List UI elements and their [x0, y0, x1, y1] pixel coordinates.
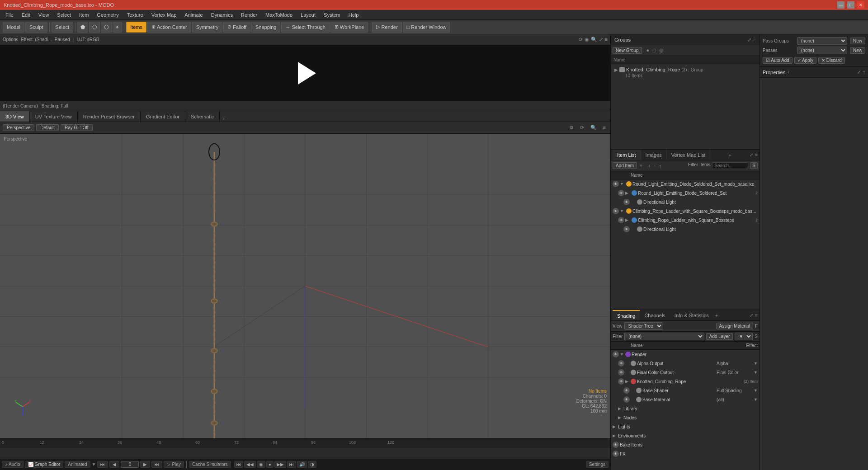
il-icon-2[interactable]: − — [652, 163, 657, 169]
filter-dropdown[interactable]: (none) — [624, 333, 704, 340]
pb-btn-6[interactable]: ⏭ — [287, 461, 296, 468]
pb-btn-7[interactable]: 🔊 — [297, 461, 307, 468]
sh-row-environments[interactable]: ▶ Environments — [611, 431, 760, 440]
menu-texture[interactable]: Texture — [123, 11, 147, 19]
tab-gradient-editor[interactable]: Gradient Editor — [141, 111, 185, 122]
group-icon-3[interactable]: ◎ — [658, 47, 665, 53]
il-icon-3[interactable]: ↑ — [658, 163, 663, 169]
sh-expand-library[interactable]: ▶ — [618, 406, 623, 411]
sh-row-render[interactable]: 👁 ▼ Render — [611, 350, 760, 359]
item-row-1[interactable]: 👁 ▶ Round_Light_Emitting_Diode_Soldered_… — [611, 188, 760, 197]
sh-row-base-shader[interactable]: 👁 Base Shader Full Shading ▼ — [611, 386, 760, 395]
prop-expand-icon[interactable]: ⤢ — [857, 70, 861, 75]
perspective-button[interactable]: Perspective — [3, 124, 34, 131]
vp-icon-menu[interactable]: ≡ — [601, 124, 608, 132]
sh-row-bake[interactable]: 👁 Bake Items — [611, 440, 760, 449]
sh-s-btn[interactable]: S — [755, 334, 758, 339]
sh-dropdown-alpha[interactable]: ▼ — [754, 361, 758, 366]
preview-icon-5[interactable]: ≡ — [605, 37, 608, 42]
sh-expand-nodes[interactable]: ▶ — [618, 415, 623, 420]
new-group-button[interactable]: New Group — [613, 47, 642, 54]
select-through-button[interactable]: ↔ Select Through — [281, 22, 329, 33]
frame-input[interactable] — [121, 461, 139, 468]
item-expand-3[interactable]: ▼ — [620, 209, 625, 213]
next-frame-button[interactable]: ▶ — [140, 461, 150, 468]
sh-dropdown-base-material[interactable]: ▼ — [754, 397, 758, 402]
pb-btn-2[interactable]: ◀◀ — [244, 461, 256, 468]
menu-file[interactable]: File — [2, 11, 17, 19]
group-item-main[interactable]: ▶ Knotted_Climbing_Rope (3) : Group — [613, 66, 758, 73]
falloff-button[interactable]: ⊘ Falloff — [223, 22, 250, 33]
pb-btn-3[interactable]: ◉ — [257, 461, 265, 468]
groups-expand-icon[interactable]: ⤢ — [747, 37, 751, 43]
select-button[interactable]: Select — [52, 22, 74, 33]
viewport-canvas[interactable]: Perspective No Items Channels: 0 Deforme… — [0, 134, 610, 438]
graph-editor-button[interactable]: 📈 Graph Editor — [25, 461, 64, 468]
model-button[interactable]: Model — [3, 22, 24, 33]
sh-eye-fx[interactable]: 👁 — [613, 451, 619, 457]
group-icon-1[interactable]: ● — [646, 47, 651, 53]
tab-3d-view[interactable]: 3D View — [0, 111, 30, 122]
auto-add-button[interactable]: ☑ Auto Add — [763, 57, 793, 64]
add-layer-type-dropdown[interactable]: ▼ — [735, 333, 753, 340]
menu-maxtomodo[interactable]: MaxToModo — [262, 11, 296, 19]
sh-expand-render[interactable]: ▼ — [620, 352, 624, 357]
sh-eye-render[interactable]: 👁 — [613, 351, 619, 357]
menu-animate[interactable]: Animate — [181, 11, 206, 19]
prev-frame-button[interactable]: ◀ — [109, 461, 119, 468]
tab-shading[interactable]: Shading — [613, 310, 640, 320]
passes-new-button[interactable]: New — [850, 47, 865, 54]
search-s-button[interactable]: S — [750, 162, 758, 169]
item-row-0[interactable]: 👁 ▼ Round_Light_Emitting_Diode_Soldered_… — [611, 179, 760, 188]
menu-edit[interactable]: Edit — [18, 11, 34, 19]
close-button[interactable]: ✕ — [857, 1, 864, 9]
pb-btn-1[interactable]: ⏮ — [234, 461, 243, 468]
sculpt-button[interactable]: Sculpt — [25, 22, 47, 33]
tab-channels[interactable]: Channels — [640, 310, 670, 320]
titlebar-controls[interactable]: — □ ✕ — [837, 1, 864, 9]
group-icon-2[interactable]: ◌ — [651, 47, 657, 53]
ray-gl-button[interactable]: Ray GL: Off — [61, 124, 93, 131]
vp-icon-search[interactable]: 🔍 — [589, 124, 599, 132]
rewind-button[interactable]: ⏮ — [97, 461, 108, 468]
mode-icon-3[interactable]: ⬡ — [101, 22, 112, 33]
snapping-button[interactable]: Snapping — [251, 22, 281, 33]
audio-button[interactable]: ♪ Audio — [2, 461, 24, 468]
sh-eye-knotted[interactable]: 👁 — [618, 378, 624, 385]
shader-tree-dropdown[interactable]: Shader Tree — [624, 322, 663, 330]
vp-icon-settings[interactable]: ⚙ — [567, 124, 576, 132]
item-row-5[interactable]: 👁 Directional Light — [611, 225, 760, 234]
item-row-2[interactable]: 👁 Directional Light — [611, 197, 760, 207]
menu-system[interactable]: System — [320, 11, 344, 19]
item-eye-1[interactable]: 👁 — [618, 190, 624, 196]
sh-expand-lights[interactable]: ▶ — [613, 424, 617, 429]
item-eye-4[interactable]: 👁 — [618, 217, 624, 223]
preview-icon-3[interactable]: 🔍 — [591, 37, 597, 42]
add-layer-button[interactable]: Add Layer — [706, 333, 733, 340]
cache-simulators-button[interactable]: Cache Simulators — [189, 461, 231, 468]
pb-btn-4[interactable]: ● — [266, 461, 274, 468]
mode-icon-1[interactable]: ⬟ — [77, 22, 88, 33]
menu-layout[interactable]: Layout — [297, 11, 319, 19]
sh-row-base-material[interactable]: 👁 Base Material (all) ▼ — [611, 395, 760, 404]
default-button[interactable]: Default — [36, 124, 59, 131]
tab-render-preset[interactable]: Render Preset Browser — [78, 111, 141, 122]
timeline-ruler[interactable]: 0 12 24 36 48 60 72 84 96 108 120 — [0, 439, 610, 448]
sh-dropdown-final[interactable]: ▼ — [754, 370, 758, 375]
minimize-button[interactable]: — — [837, 1, 844, 9]
item-eye-5[interactable]: 👁 — [623, 226, 630, 232]
render-window-button[interactable]: □ Render Window — [403, 22, 451, 33]
sh-menu-icon[interactable]: ≡ — [755, 313, 758, 318]
filter-f-btn[interactable]: F — [755, 324, 758, 329]
il-expand-icon[interactable]: ⤢ — [750, 152, 753, 157]
sh-expand-icon[interactable]: ⤢ — [750, 313, 753, 318]
prop-menu-icon[interactable]: ≡ — [863, 70, 865, 75]
maximize-button[interactable]: □ — [847, 1, 854, 9]
item-row-3[interactable]: 👁 ▼ Climbing_Rope_Ladder_with_Square_Box… — [611, 207, 760, 216]
menu-item[interactable]: Item — [75, 11, 92, 19]
search-input[interactable] — [712, 162, 748, 169]
timeline-track[interactable] — [0, 448, 610, 459]
tab-item-list[interactable]: Item List — [613, 150, 641, 160]
mode-icon-2[interactable]: ⬠ — [89, 22, 100, 33]
pb-btn-8[interactable]: ◑ — [308, 461, 316, 468]
